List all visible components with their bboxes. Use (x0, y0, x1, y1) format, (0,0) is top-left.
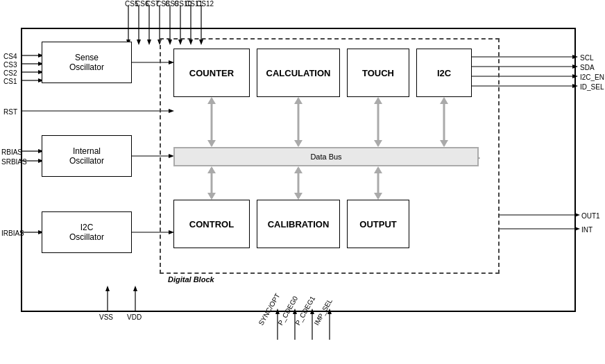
cs2-label: CS2 (3, 69, 17, 77)
counter-label: COUNTER (189, 68, 234, 78)
sense-oscillator-label: SenseOscillator (69, 53, 104, 72)
out1-label: OUT1 (581, 212, 600, 220)
cs12-label: CS12 (196, 0, 214, 8)
output-box: OUTPUT (347, 200, 409, 248)
digital-block-label: Digital Block (168, 275, 214, 284)
rst-label: RST (3, 108, 17, 116)
i2c-en-label: I2C_EN (580, 73, 604, 81)
data-bus-label: Data Bus (310, 153, 341, 161)
int-label: INT (581, 226, 593, 234)
sense-oscillator-box: SenseOscillator (42, 42, 132, 83)
vss-label: VSS (99, 313, 113, 321)
rbias-label: RBIAS (1, 148, 22, 156)
scl-label: SCL (580, 54, 593, 62)
calibration-box: CALIBRATION (257, 200, 340, 248)
internal-oscillator-label: InternalOscillator (69, 146, 104, 166)
internal-oscillator-box: InternalOscillator (42, 135, 132, 177)
calculation-box: CALCULATION (257, 49, 340, 97)
touch-box: TOUCH (347, 49, 409, 97)
control-box: CONTROL (173, 200, 250, 248)
i2c-oscillator-box: I2COscillator (42, 211, 132, 253)
control-label: CONTROL (189, 219, 234, 229)
irbias-label: IRBIAS (1, 229, 24, 237)
data-bus: Data Bus (173, 147, 479, 166)
cs1-label: CS1 (3, 78, 17, 85)
counter-box: COUNTER (173, 49, 250, 97)
touch-label: TOUCH (362, 68, 394, 78)
cs3-label: CS3 (3, 61, 17, 69)
vdd-label: VDD (127, 313, 142, 321)
diagram: CS5 CS6 CS7 CS8 CS9 CS10 CS11 CS12 CS4 C… (0, 0, 605, 364)
cs4-label: CS4 (3, 53, 17, 60)
calculation-label: CALCULATION (266, 68, 331, 78)
sda-label: SDA (580, 64, 595, 71)
i2c-oscillator-label: I2COscillator (69, 223, 104, 242)
srbias-label: SRBIAS (1, 158, 27, 166)
i2c-label: I2C (437, 68, 451, 78)
id-sel-label: ID_SEL (580, 83, 604, 91)
calibration-label: CALIBRATION (268, 219, 330, 229)
i2c-box: I2C (416, 49, 472, 97)
output-label: OUTPUT (359, 219, 396, 229)
